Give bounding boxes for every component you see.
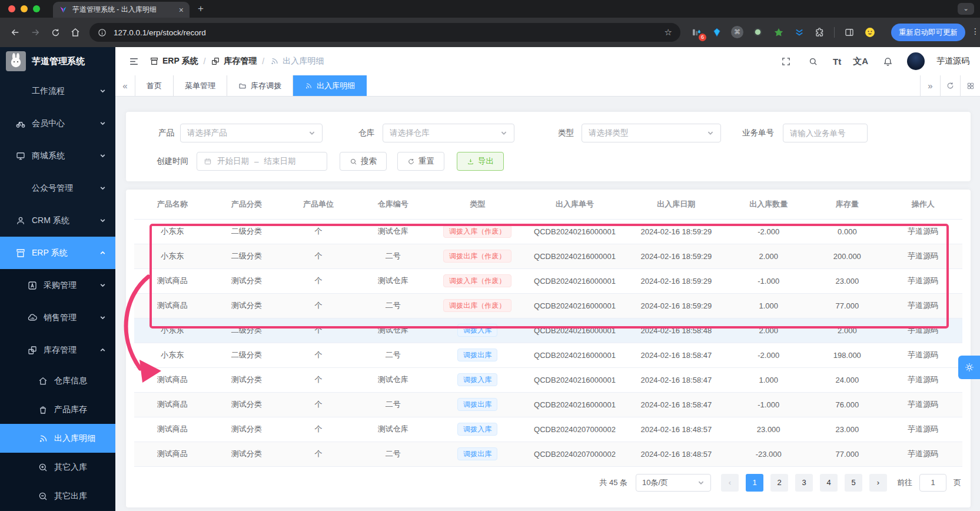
chrome-update-button[interactable]: 重新启动即可更新 [891, 24, 965, 41]
table-row[interactable]: 测试商品测试分类个测试仓库 调拨入库 QCDB20240207000002202… [134, 417, 962, 442]
table-row[interactable]: 小东东二级分类个二号 调拨出库（作废） QCDB2024021600000120… [134, 244, 962, 268]
type-badge: 调拨入库 [457, 373, 497, 386]
tab-stock-move[interactable]: 库存调拨 [227, 75, 293, 96]
sidebar-item-label: 其它入库 [54, 462, 87, 473]
table-row[interactable]: 小东东二级分类个测试仓库 调拨入库（作废） QCDB20240216000001… [134, 219, 962, 244]
date-range-picker[interactable]: 开始日期 – 结束日期 [197, 152, 327, 171]
font-size-icon[interactable]: Tt [833, 57, 841, 67]
back-button[interactable] [7, 24, 24, 41]
tab-search-icon[interactable]: ⌄ [958, 3, 974, 15]
url-text[interactable]: 127.0.0.1/erp/stock/record [114, 28, 657, 37]
fullscreen-icon[interactable] [779, 54, 794, 69]
tab-menu-management[interactable]: 菜单管理 [174, 75, 227, 96]
profile-emoji-icon[interactable] [863, 26, 876, 38]
tab-home[interactable]: 首页 [135, 75, 174, 96]
pagination: 共 45 条 10条/页 ‹ 1 2 3 4 5 › 前往 [134, 474, 962, 492]
goto-page-input[interactable] [919, 474, 946, 492]
page-size-select[interactable]: 10条/页 [636, 474, 711, 492]
sidebar-item-purchase[interactable]: 采购管理 [0, 269, 115, 301]
page-button-2[interactable]: 2 [770, 474, 788, 492]
sidebar-item-stock-record[interactable]: 出入库明细 [0, 424, 115, 453]
table-row[interactable]: 测试商品测试分类个测试仓库 调拨入库（作废） QCDB2024021600000… [134, 268, 962, 293]
chevron-up-icon [99, 346, 106, 355]
site-info-icon[interactable] [98, 28, 107, 37]
product-select[interactable]: 请选择产品 [180, 124, 323, 142]
extension-command-icon[interactable]: ⌘ [731, 26, 743, 38]
extension-green-circle-icon[interactable] [752, 26, 764, 38]
prev-page-button[interactable]: ‹ [721, 474, 739, 492]
side-panel-icon[interactable] [843, 26, 855, 38]
reset-button[interactable]: 重置 [397, 152, 444, 171]
bizno-input[interactable] [790, 129, 861, 138]
page-button-1[interactable]: 1 [746, 474, 763, 492]
breadcrumb-item-erp[interactable]: ERP 系统 [150, 56, 198, 67]
search-icon[interactable] [806, 54, 821, 69]
new-tab-button[interactable]: + [198, 4, 204, 14]
layout-grid-icon[interactable] [960, 75, 980, 96]
extensions-puzzle-icon[interactable] [813, 26, 826, 38]
table-row[interactable]: 测试商品测试分类个测试仓库 调拨入库 QCDB20240216000001202… [134, 367, 962, 392]
sidebar-item-erp[interactable]: ERP 系统 [0, 237, 115, 269]
tags-scroll-right-icon[interactable]: » [920, 75, 940, 96]
sidebar-item-label: 商城系统 [32, 151, 65, 161]
tags-scroll-left-icon[interactable]: « [115, 75, 135, 96]
page-button-5[interactable]: 5 [845, 474, 862, 492]
table-row[interactable]: 测试商品测试分类个二号 调拨出库 QCDB202402070000022024-… [134, 442, 962, 466]
sidebar-item-other-in[interactable]: 其它入库 [0, 453, 115, 482]
breadcrumb-item-stock[interactable]: 库存管理 [211, 56, 257, 67]
sidebar-item-other-out[interactable]: 其它出库 [0, 482, 115, 510]
browser-tab[interactable]: 芋道管理系统 - 出入库明细 × [53, 2, 190, 18]
warehouse-select[interactable]: 请选择仓库 [383, 124, 514, 142]
tab-close-icon[interactable]: × [179, 5, 184, 15]
export-button[interactable]: 导出 [457, 152, 504, 171]
sidebar-item-label: 会员中心 [32, 118, 65, 129]
forward-button[interactable] [27, 24, 44, 41]
sidebar-collapse-icon[interactable] [126, 54, 141, 69]
stock-icon [27, 345, 38, 356]
sidebar-item-warehouse-info[interactable]: 仓库信息 [0, 366, 115, 395]
search-button[interactable]: 搜索 [340, 152, 387, 171]
window-zoom-button[interactable] [33, 5, 40, 12]
extension-gem-icon[interactable] [710, 26, 723, 38]
translate-icon[interactable]: 文A [853, 56, 868, 67]
date-range-separator: – [254, 157, 259, 166]
extension-star-icon[interactable] [772, 26, 785, 38]
extension-a-icon[interactable]: 6 [690, 26, 702, 38]
tab-stock-record[interactable]: 出入库明细 [293, 75, 367, 96]
user-avatar[interactable] [907, 52, 925, 70]
sidebar-item-official-account[interactable]: 公众号管理 [0, 172, 115, 204]
app-logo[interactable]: 芋道管理系统 [0, 47, 115, 75]
refresh-view-icon[interactable] [940, 75, 960, 96]
chevron-down-icon [99, 119, 106, 128]
sidebar-item-mall[interactable]: 商城系统 [0, 140, 115, 172]
sidebar-item-stock[interactable]: 库存管理 [0, 334, 115, 366]
extension-chevrons-icon[interactable] [793, 26, 805, 38]
bookmark-star-icon[interactable]: ☆ [665, 27, 672, 38]
reload-button[interactable] [47, 24, 64, 41]
page-button-3[interactable]: 3 [795, 474, 813, 492]
sidebar-item-sales[interactable]: 销售管理 [0, 301, 115, 334]
table-row[interactable]: 测试商品测试分类个二号 调拨出库（作废） QCDB202402160000012… [134, 293, 962, 318]
browser-menu-icon[interactable]: ⋮ [971, 26, 979, 36]
stock-icon [211, 57, 220, 66]
breadcrumb-label: ERP 系统 [162, 56, 198, 67]
url-bar[interactable]: 127.0.0.1/erp/stock/record ☆ [89, 23, 680, 42]
type-select[interactable]: 请选择类型 [582, 124, 721, 142]
app-frame: 芋道管理系统 工作流程 会员中心 商城系统 公众号管理 [0, 47, 980, 511]
window-minimize-button[interactable] [21, 5, 28, 12]
sidebar-item-crm[interactable]: CRM 系统 [0, 204, 115, 237]
notification-bell-icon[interactable] [880, 54, 895, 69]
sidebar-item-label: CRM 系统 [32, 215, 69, 226]
page-button-4[interactable]: 4 [820, 474, 838, 492]
window-close-button[interactable] [8, 5, 15, 12]
sidebar-item-member[interactable]: 会员中心 [0, 107, 115, 140]
home-button[interactable] [67, 24, 84, 41]
theme-settings-button[interactable] [958, 356, 980, 379]
username[interactable]: 芋道源码 [936, 56, 969, 67]
table-row[interactable]: 小东东二级分类个测试仓库 调拨入库 QCDB202402160000012024… [134, 318, 962, 343]
table-row[interactable]: 小东东二级分类个二号 调拨出库 QCDB202402160000012024-0… [134, 343, 962, 367]
sidebar-item-workflow[interactable]: 工作流程 [0, 75, 115, 107]
next-page-button[interactable]: › [869, 474, 887, 492]
sidebar-item-product-stock[interactable]: 产品库存 [0, 395, 115, 424]
table-row[interactable]: 测试商品测试分类个二号 调拨出库 QCDB202402160000012024-… [134, 392, 962, 417]
